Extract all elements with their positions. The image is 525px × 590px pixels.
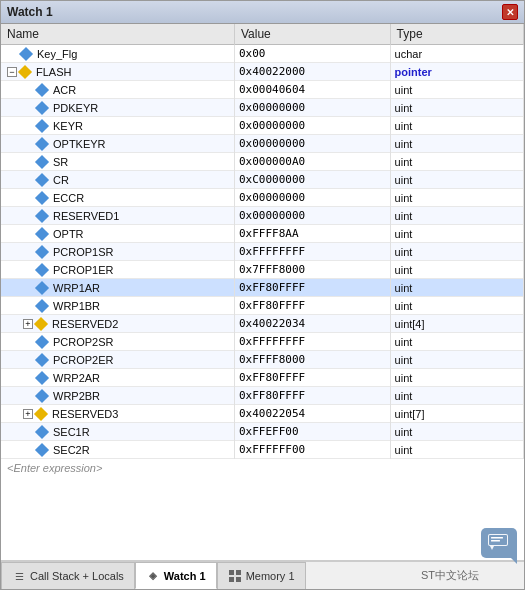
table-row[interactable]: +RESERVED30x40022054uint[7]: [1, 405, 524, 423]
row-name: RESERVED3: [52, 408, 118, 420]
row-value: 0xFF80FFFF: [234, 369, 390, 387]
diamond-blue-icon: [35, 118, 49, 132]
table-row[interactable]: WRP2BR0xFF80FFFFuint: [1, 387, 524, 405]
row-name: ECCR: [53, 192, 84, 204]
stack-icon: ☰: [12, 569, 26, 583]
row-type: uint[4]: [390, 315, 523, 333]
diamond-blue-icon: [35, 226, 49, 240]
row-value: 0x00: [234, 45, 390, 63]
row-value: 0xC0000000: [234, 171, 390, 189]
table-row[interactable]: PCROP2ER0xFFFF8000uint: [1, 351, 524, 369]
row-type: uint: [390, 351, 523, 369]
col-name: Name: [1, 24, 234, 45]
tab-memory1[interactable]: Memory 1: [217, 562, 306, 589]
row-name: WRP2AR: [53, 372, 100, 384]
row-name: PCROP2SR: [53, 336, 114, 348]
diamond-blue-icon: [35, 136, 49, 150]
tab-watch1[interactable]: ◈ Watch 1: [135, 562, 217, 589]
row-type: uint: [390, 333, 523, 351]
tab-memory1-label: Memory 1: [246, 570, 295, 582]
diamond-blue-icon: [35, 370, 49, 384]
watch-icon: ◈: [146, 569, 160, 583]
diamond-blue-icon: [35, 82, 49, 96]
table-row[interactable]: OPTKEYR0x00000000uint: [1, 135, 524, 153]
tab-group: ☰ Call Stack + Locals ◈ Watch 1 Memory 1: [1, 562, 306, 589]
table-row[interactable]: ECCR0x00000000uint: [1, 189, 524, 207]
table-row[interactable]: PDKEYR0x00000000uint: [1, 99, 524, 117]
enter-expression[interactable]: <Enter expression>: [1, 459, 524, 477]
close-button[interactable]: ✕: [502, 4, 518, 20]
row-name: WRP2BR: [53, 390, 100, 402]
table-row[interactable]: WRP2AR0xFF80FFFFuint: [1, 369, 524, 387]
tab-watch1-label: Watch 1: [164, 570, 206, 582]
table-row[interactable]: SR0x000000A0uint: [1, 153, 524, 171]
diamond-blue-icon: [35, 208, 49, 222]
row-value: 0x7FFF8000: [234, 261, 390, 279]
table-row[interactable]: ACR0x00040604uint: [1, 81, 524, 99]
table-row[interactable]: CR0xC0000000uint: [1, 171, 524, 189]
forum-text: ST中文论坛: [421, 568, 524, 583]
collapse-icon[interactable]: −: [7, 67, 17, 77]
diamond-yellow-icon: [18, 64, 32, 78]
row-type: uint: [390, 135, 523, 153]
row-type: uchar: [390, 45, 523, 63]
row-type: uint: [390, 189, 523, 207]
table-row[interactable]: PCROP2SR0xFFFFFFFFuint: [1, 333, 524, 351]
table-row[interactable]: −FLASH0x40022000pointer: [1, 63, 524, 81]
table-row[interactable]: PCROP1ER0x7FFF8000uint: [1, 261, 524, 279]
tab-call-stack[interactable]: ☰ Call Stack + Locals: [1, 562, 135, 589]
row-type: pointer: [390, 63, 523, 81]
row-value: 0x000000A0: [234, 153, 390, 171]
title-bar: Watch 1 ✕: [1, 1, 524, 24]
expand-icon[interactable]: +: [23, 319, 33, 329]
expand-icon[interactable]: +: [23, 409, 33, 419]
forum-icon[interactable]: [481, 528, 517, 558]
row-type: uint: [390, 279, 523, 297]
diamond-blue-icon: [35, 100, 49, 114]
diamond-blue-icon: [35, 298, 49, 312]
diamond-blue-icon: [35, 244, 49, 258]
table-row[interactable]: WRP1AR0xFF80FFFFuint: [1, 279, 524, 297]
table-row[interactable]: SEC1R0xFFEFF00uint: [1, 423, 524, 441]
row-type: uint: [390, 225, 523, 243]
watch-table: Name Value Type Key_Flg0x00uchar−FLASH0x…: [1, 24, 524, 459]
row-name: OPTKEYR: [53, 138, 106, 150]
row-value: 0x40022034: [234, 315, 390, 333]
row-value: 0x00000000: [234, 189, 390, 207]
row-value: 0x00000000: [234, 135, 390, 153]
svg-rect-7: [491, 540, 500, 542]
row-name: CR: [53, 174, 69, 186]
row-type: uint: [390, 81, 523, 99]
row-name: PDKEYR: [53, 102, 98, 114]
row-value: 0xFFFF8000: [234, 351, 390, 369]
row-value: 0x40022054: [234, 405, 390, 423]
diamond-blue-icon: [35, 172, 49, 186]
row-value: 0x40022000: [234, 63, 390, 81]
table-row[interactable]: PCROP1SR0xFFFFFFFFuint: [1, 243, 524, 261]
table-row[interactable]: RESERVED10x00000000uint: [1, 207, 524, 225]
table-row[interactable]: SEC2R0xFFFFFF00uint: [1, 441, 524, 459]
row-name: RESERVED2: [52, 318, 118, 330]
row-value: 0xFFEFF00: [234, 423, 390, 441]
diamond-blue-icon: [35, 388, 49, 402]
row-type: uint: [390, 207, 523, 225]
diamond-blue-icon: [35, 334, 49, 348]
table-row[interactable]: WRP1BR0xFF80FFFFuint: [1, 297, 524, 315]
table-row[interactable]: OPTR0xFFFF8AAuint: [1, 225, 524, 243]
col-value: Value: [234, 24, 390, 45]
row-value: 0xFF80FFFF: [234, 387, 390, 405]
table-row[interactable]: Key_Flg0x00uchar: [1, 45, 524, 63]
svg-rect-0: [229, 570, 234, 575]
table-row[interactable]: +RESERVED20x40022034uint[4]: [1, 315, 524, 333]
table-row[interactable]: KEYR0x00000000uint: [1, 117, 524, 135]
row-value: 0xFF80FFFF: [234, 279, 390, 297]
row-value: 0xFF80FFFF: [234, 297, 390, 315]
row-name: PCROP2ER: [53, 354, 114, 366]
row-name: PCROP1SR: [53, 246, 114, 258]
watch-window: Watch 1 ✕ Name Value Type Key_Flg0x00uch…: [0, 0, 525, 590]
row-value: 0xFFFF8AA: [234, 225, 390, 243]
col-type: Type: [390, 24, 523, 45]
watch-table-container[interactable]: Name Value Type Key_Flg0x00uchar−FLASH0x…: [1, 24, 524, 561]
diamond-blue-icon: [35, 280, 49, 294]
window-title: Watch 1: [7, 5, 53, 19]
